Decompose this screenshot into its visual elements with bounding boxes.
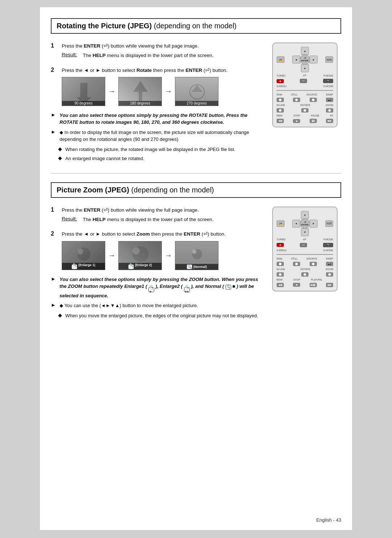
svg-rect-4 <box>139 92 142 101</box>
wlink-label: W.LINK <box>277 104 285 106</box>
svg-point-16 <box>192 249 196 254</box>
zoom-zoom-btn[interactable]: ⬤ <box>326 272 333 277</box>
thumb-180: 180 degrees <box>118 77 162 106</box>
dnie-label: DNIe <box>277 93 282 96</box>
rotate-result-row: Result: The HELP menu is displayed in th… <box>62 52 261 59</box>
remote-swap-btn[interactable]: 📷 <box>326 98 333 102</box>
remote-zoom-btn[interactable]: ⬤ <box>326 108 333 113</box>
smode-label: S.MODE <box>323 85 333 87</box>
footer-text: English - 43 <box>316 517 341 523</box>
arrow-sym-1: ► <box>51 112 57 126</box>
enlarge2-icon: 🔍+ <box>128 264 134 269</box>
zoom-remote-row-transport: REW STOP PLAY/PAL <box>277 278 333 281</box>
remote-dpad-down[interactable]: ▼ <box>301 64 309 72</box>
step-number-2: 2 <box>51 67 58 107</box>
remote-row-dnie-btns: ⬤ ⬤ ⬤ 📷 <box>277 98 333 102</box>
zoom-step-2-content: Press the ◄ or ► button to select Zoom t… <box>62 231 261 271</box>
zoom-remote-row-wlink: W.LINK ROTATE ZOOM <box>277 268 333 270</box>
zoom-bullet-sym-1: ◆ <box>58 312 62 319</box>
remote-still-btn[interactable]: ⬤ <box>293 98 300 102</box>
zoom-note-1: ► You can also select these options simp… <box>51 276 261 299</box>
zoom-remote-divider <box>277 254 333 255</box>
zoom-stop-label: STOP <box>293 278 300 281</box>
zoom-wlink-label: W.LINK <box>277 268 285 270</box>
zoom-step-1-content: Press the ENTER (⏎) button while viewing… <box>62 207 261 227</box>
zoom-still-btn[interactable]: ⬤ <box>293 262 300 266</box>
zoom-thumbs-row: 🔍+ (Enlarge 1) → <box>62 241 261 270</box>
zoom-note-2: ► ◆ You can use the (◄►▼▲) button to mov… <box>51 302 261 309</box>
zoom-thumb-enlarge1: 🔍+ (Enlarge 1) <box>62 241 105 270</box>
remote-pause-btn[interactable]: ▮▮ <box>310 119 317 123</box>
zoom-remote-row-dnie-btns: ⬤ ⬤ ⬤ 📷 <box>277 262 333 266</box>
remote-stop-btn[interactable]: ■ <box>293 119 300 123</box>
step-number-1: 1 <box>51 42 58 62</box>
zoom-section-body: 1 Press the ENTER (⏎) button while viewi… <box>51 207 341 321</box>
remote-row-wlink-btns: ⬤ ⬤ ⬤ <box>277 108 333 113</box>
zoom-rew-btn[interactable]: ◀◀ <box>277 283 284 287</box>
remote-row-btns1: ■ ⏎ 📷 <box>277 79 333 83</box>
zoom-rotate-btn[interactable]: ⬤ <box>301 272 309 277</box>
remote-btn-mode[interactable]: 📷 <box>323 79 333 83</box>
zoom-still-label: STILL <box>291 257 298 260</box>
still-label: STILL <box>291 93 298 96</box>
zoom-remote-btn-mode[interactable]: 📷 <box>323 243 333 247</box>
zoom-remote-dpad-up[interactable]: ▲ <box>301 211 309 219</box>
remote-enter-btn[interactable]: ⏎ENTER <box>300 54 310 65</box>
result-label-1: Result: <box>62 52 80 59</box>
result-text-1: The HELP menu is displayed in the lower … <box>83 52 213 59</box>
zoom-step-1: 1 Press the ENTER (⏎) button while viewi… <box>51 207 261 227</box>
zoom-remote-dpad-left[interactable]: ◄ <box>292 220 300 228</box>
zoom-remote-gb-btn: 📻 <box>277 220 285 227</box>
remote-dpad-left[interactable]: ◄ <box>292 56 300 64</box>
zoom-result-row: Result: The HELP menu is displayed in th… <box>62 216 261 223</box>
zoom-remote-row-wlink-btns: ⬤ ⬤ ⬤ <box>277 272 333 277</box>
zoom-step-number-1: 1 <box>51 207 58 227</box>
remote-pmode-label: P.MODE <box>323 74 333 77</box>
zoom-title: Picture Zoom (JPEG) (depending on the mo… <box>57 186 335 194</box>
zoom-step-2: 2 Press the ◄ or ► button to select Zoom… <box>51 231 261 271</box>
zoom-remote-dpad-right[interactable]: ► <box>310 220 318 228</box>
zoom-note-3-text: When you move the enlarged picture, the … <box>65 312 258 319</box>
arrow-1: → <box>108 87 115 95</box>
zoom-note-2-text: ◆ You can use the (◄►▼▲) button to move … <box>60 302 198 309</box>
zoom-remote-size-btn[interactable]: SIZE <box>325 220 333 227</box>
rotate-note-4: ◆ An enlarged image cannot be rotated. <box>58 155 261 162</box>
remote-dpad-up[interactable]: ▲ <box>301 47 309 55</box>
zoom-pmode-label: P.MODE <box>323 238 333 241</box>
remote-source-btn[interactable]: ⬤ <box>310 98 317 102</box>
zoom-remote-btn-red[interactable]: ■ <box>277 243 284 247</box>
zoom-wlink-btn[interactable]: ⬤ <box>277 272 284 277</box>
zoom-remote-dpad-down[interactable]: ▼ <box>301 228 309 236</box>
thumb-180-wrap: 180 degrees <box>118 77 162 106</box>
zoom-remote-enter-btn[interactable]: ⏎ENTER <box>300 219 310 229</box>
remote-rotate-btn[interactable]: ⬤ <box>301 108 309 113</box>
zoom-smode-label: S.MODE <box>323 249 333 252</box>
zoom-remote-btn-enter2[interactable]: ⏎ <box>300 243 307 247</box>
zoom-swap-label: SWAP <box>326 257 333 260</box>
zoom-playpal-btn[interactable]: ▶▮▮ <box>310 283 317 287</box>
zoom-stop-btn[interactable]: ■ <box>293 283 300 287</box>
rotate-thumbs-row: 90 degrees → 180 degrees → <box>62 77 261 106</box>
remote-btn-red[interactable]: ■ <box>277 79 284 83</box>
remote-size-btn[interactable]: SIZE <box>325 56 333 63</box>
arrow-2: → <box>165 87 172 95</box>
remote-ff-btn[interactable]: ▶▶ <box>326 119 333 123</box>
rotate-step-1-text: Press the ENTER (⏎) button while viewing… <box>62 42 261 50</box>
remote-dpad-right[interactable]: ► <box>310 56 318 64</box>
zoom-swap-btn[interactable]: 📷 <box>326 262 333 266</box>
zoom-ff-btn2[interactable]: ▶▶ <box>326 283 333 287</box>
zoom-remote-top-row: 📻 ▲ ◄ ⏎ENTER ► ▼ SIZE <box>277 211 333 236</box>
rotate-step-2-text: Press the ◄ or ► button to select Rotate… <box>62 67 261 74</box>
rew-label: REW <box>277 114 282 117</box>
zoom-source-btn[interactable]: ⬤ <box>310 262 317 266</box>
thumb-90: 90 degrees <box>62 77 105 106</box>
remote-btn-enter2[interactable]: ⏎ <box>300 79 307 83</box>
zoom-arrow-1: → <box>108 251 115 260</box>
remote-wlink-btn[interactable]: ⬤ <box>277 108 284 113</box>
enlarge1-icon: 🔍+ <box>72 264 77 269</box>
zoom-dnie-btn[interactable]: ⬤ <box>277 262 284 266</box>
remote-row-turbo: TURBO ∨P P.MODE <box>277 74 333 77</box>
remote-dnie-btn[interactable]: ⬤ <box>277 98 284 102</box>
ff-label: FF <box>330 114 333 117</box>
remote-rew-btn[interactable]: ◀◀ <box>277 119 284 123</box>
